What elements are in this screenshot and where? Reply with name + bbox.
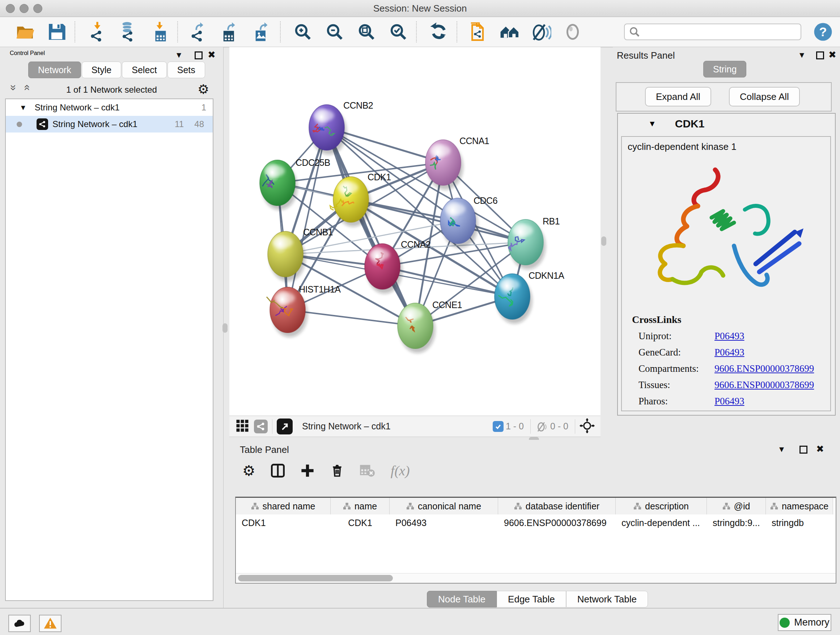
selected-node-edge-counts: 1 - 0 — [506, 421, 524, 432]
network-edge[interactable] — [351, 200, 526, 242]
show-grid-button[interactable] — [236, 419, 249, 434]
zoom-fit-button[interactable] — [355, 21, 378, 43]
network-node-CCNA1[interactable]: CCNA1 — [425, 136, 489, 190]
network-collection-row[interactable]: ▼ String Network – cdk1 1 — [6, 99, 213, 116]
panel-close-icon[interactable]: ✖ — [829, 50, 836, 59]
export-table-button[interactable] — [218, 21, 241, 43]
crosslink-link[interactable]: P06493 — [714, 331, 745, 342]
left-splitter-handle[interactable] — [223, 323, 227, 333]
network-options-gear-icon[interactable]: ⚙ — [197, 82, 209, 97]
export-arrow-icon — [227, 22, 235, 30]
tab-node-table[interactable]: Node Table — [427, 591, 497, 608]
control-panel: Control Panel ▾ ✖ NetworkStyleSelectSets… — [0, 47, 224, 608]
network-icon — [91, 31, 101, 42]
crosslink-link[interactable]: 9606.ENSP00000378699 — [714, 363, 814, 374]
export-network-button[interactable] — [187, 21, 210, 43]
memory-button[interactable]: Memory — [778, 614, 831, 631]
crosslink-link[interactable]: P06493 — [714, 347, 745, 358]
panel-close-icon[interactable]: ✖ — [816, 444, 824, 454]
help-button[interactable]: ? — [812, 21, 834, 43]
network-edge[interactable] — [287, 127, 327, 310]
crosslink-link[interactable]: 9606.ENSP00000378699 — [714, 379, 814, 391]
refresh-button[interactable] — [428, 21, 450, 43]
delete-column-icon[interactable] — [330, 463, 344, 478]
cloud-status-button[interactable] — [8, 615, 31, 632]
import-table-file-button[interactable] — [149, 21, 172, 43]
show-all-button[interactable] — [561, 21, 584, 43]
birds-eye-view-button[interactable] — [277, 418, 293, 434]
zoom-in-button[interactable] — [292, 21, 314, 43]
show-graphics-details-button[interactable] — [499, 21, 521, 43]
tab-network[interactable]: Network — [28, 62, 81, 78]
network-node-CCNE1[interactable]: CCNE1 — [398, 300, 462, 353]
crosslink-row: GeneCard:P06493 — [638, 347, 830, 358]
column-header-database-identifier[interactable]: database identifier — [498, 498, 616, 515]
network-canvas[interactable]: CCNB2CCNA1CDC25BCDK1CDC6RB1CCNB1CCNA2CDK… — [229, 47, 600, 416]
network-view-mode-button[interactable] — [254, 420, 268, 433]
new-network-from-selection-button[interactable] — [467, 21, 489, 43]
hide-selected-button[interactable] — [530, 21, 552, 43]
search-field[interactable] — [624, 24, 801, 40]
column-header-name[interactable]: name — [331, 498, 390, 515]
export-image-button[interactable] — [250, 21, 273, 43]
column-visibility-icon[interactable] — [271, 463, 285, 478]
column-tree-icon — [722, 502, 730, 510]
panel-float-icon[interactable] — [799, 446, 807, 455]
table-row[interactable]: CDK1CDK1P064939606.ENSP00000378699cyclin… — [236, 515, 836, 531]
add-column-icon[interactable] — [300, 463, 315, 478]
open-session-button[interactable] — [14, 21, 36, 43]
import-network-database-button[interactable] — [117, 21, 139, 43]
column-header-namespace[interactable]: namespace — [766, 498, 833, 515]
network-node-CDC25B[interactable]: CDC25B — [260, 157, 330, 210]
tab-select[interactable]: Select — [122, 62, 166, 78]
panel-float-icon[interactable] — [195, 51, 202, 61]
tab-style[interactable]: Style — [82, 62, 122, 78]
section-expander-icon[interactable]: ▼ — [648, 119, 656, 128]
network-node-RB1[interactable]: RB1 — [508, 216, 560, 269]
tab-network-table[interactable]: Network Table — [566, 591, 648, 608]
import-network-file-button[interactable] — [86, 21, 109, 43]
download-arrow-icon — [95, 22, 101, 29]
network-node-CCNB2[interactable]: CCNB2 — [309, 100, 373, 155]
zoom-out-button[interactable] — [324, 21, 346, 43]
search-input[interactable] — [640, 27, 801, 37]
save-session-button[interactable] — [46, 21, 68, 43]
network-node-CDKN1A[interactable]: CDKN1A — [494, 271, 564, 324]
collapse-all-button[interactable]: Collapse All — [729, 87, 800, 106]
crosslink-link[interactable]: P06493 — [714, 396, 745, 407]
warning-status-button[interactable] — [39, 615, 62, 632]
column-header--id[interactable]: @id — [707, 498, 766, 515]
panel-close-icon[interactable]: ✖ — [208, 50, 216, 59]
network-node-CCNB1[interactable]: CCNB1 — [268, 227, 333, 281]
expand-all-button[interactable]: Expand All — [645, 87, 711, 106]
column-header-canonical-name[interactable]: canonical name — [390, 498, 498, 515]
scrollbar-thumb[interactable] — [238, 575, 393, 581]
column-header-description[interactable]: description — [616, 498, 707, 515]
export-arrow-icon — [195, 22, 203, 30]
status-bar: Memory — [0, 608, 840, 635]
table-cell: 9606.ENSP00000378699 — [498, 515, 616, 531]
network-node-CCNA2[interactable]: CCNA2 — [365, 239, 431, 294]
network-edge[interactable] — [327, 127, 415, 326]
selected-checkbox-icon[interactable] — [493, 421, 504, 432]
horizontal-scrollbar[interactable] — [236, 573, 836, 583]
network-row[interactable]: String Network – cdk1 11 48 — [6, 116, 213, 133]
node-label: CDK1 — [368, 172, 391, 182]
right-splitter-handle[interactable] — [601, 236, 606, 246]
column-header-shared-name[interactable]: shared name — [236, 498, 331, 515]
panel-float-icon[interactable] — [816, 51, 824, 61]
tab-string[interactable]: String — [703, 61, 746, 78]
panel-collapse-icon[interactable]: ▾ — [799, 50, 804, 59]
tab-edge-table[interactable]: Edge Table — [497, 591, 566, 608]
tab-sets[interactable]: Sets — [167, 62, 205, 78]
panel-collapse-icon[interactable]: ▾ — [779, 444, 784, 454]
network-node-HIST1H1A[interactable]: HIST1H1A — [267, 284, 341, 337]
fit-selected-button[interactable] — [579, 418, 595, 435]
tree-expander-icon[interactable]: ▼ — [19, 103, 27, 112]
crosslink-row: Tissues:9606.ENSP00000378699 — [638, 379, 830, 391]
protein-card-header[interactable]: ▼ CDK1 — [618, 114, 835, 134]
panel-collapse-icon[interactable]: ▾ — [177, 50, 181, 59]
table-settings-gear-icon[interactable]: ⚙ — [242, 462, 256, 479]
network-label: String Network – cdk1 — [52, 119, 137, 129]
zoom-selected-button[interactable] — [387, 21, 409, 43]
